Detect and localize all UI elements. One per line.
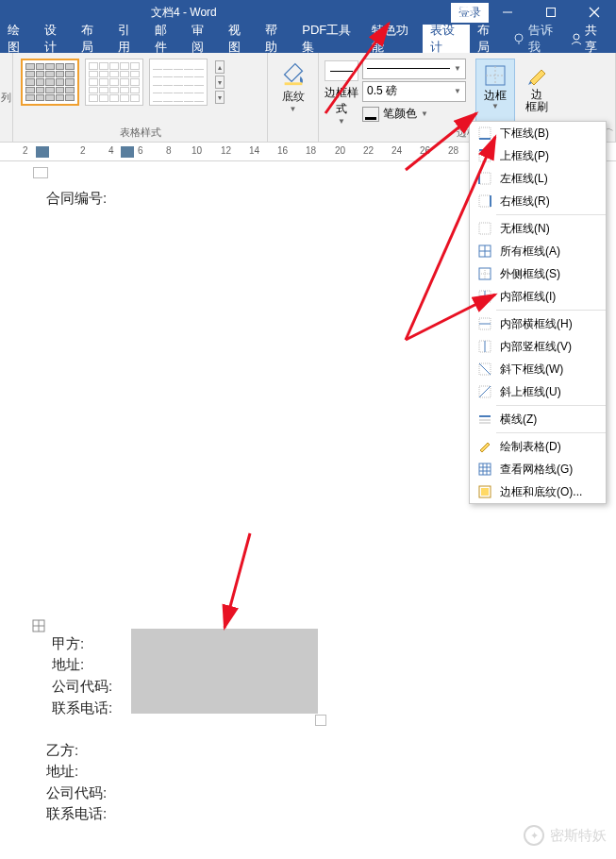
border-style-label: 边框样 式 (325, 85, 358, 117)
pen-color-swatch (362, 107, 379, 122)
lightbulb-icon (512, 32, 524, 45)
resize-handle[interactable] (315, 715, 326, 726)
share-label: 共享 (585, 22, 607, 56)
chevron-down-icon: ▼ (338, 117, 345, 126)
table-anchor-icon[interactable] (32, 619, 45, 632)
svg-rect-45 (479, 463, 491, 475)
line-style-select[interactable]: ▼ (362, 59, 466, 79)
window-controls (448, 0, 616, 25)
border-painter-button[interactable]: 边 框刷 (517, 59, 557, 125)
ruler-tick: 22 (363, 145, 374, 156)
tab-drawing[interactable]: 绘图 (0, 25, 37, 53)
svg-rect-1 (461, 8, 473, 10)
svg-rect-3 (547, 8, 556, 17)
tell-me-label: 告诉我 (528, 22, 560, 56)
tab-mailings[interactable]: 邮件 (147, 25, 184, 53)
svg-point-8 (574, 34, 579, 40)
share-button[interactable]: 共享 (560, 25, 616, 53)
text-phone-b: 联系电话: (46, 805, 107, 823)
ruler-tick: 10 (191, 145, 202, 156)
pen-color-label: 笔颜色 (383, 106, 417, 122)
table-style-3[interactable] (149, 59, 208, 106)
watermark: ✦ 密斯特妖 (524, 825, 607, 846)
ruler-tick: 8 (166, 145, 172, 156)
dd-view-gridlines[interactable]: 查看网格线(G) (470, 458, 606, 480)
svg-point-6 (515, 34, 523, 42)
ruler-tick: 2 (23, 145, 28, 156)
table-styles-group-label: 表格样式 (13, 126, 267, 142)
ruler-tick: 28 (448, 145, 458, 156)
titlebar: 文档4 - Word 登录 (0, 0, 616, 25)
ribbon-display-icon[interactable] (448, 0, 486, 25)
dd-outside-borders[interactable]: 外侧框线(S) (470, 262, 606, 285)
cell-marker (33, 167, 48, 178)
chevron-down-icon: ▼ (290, 105, 297, 113)
maximize-button[interactable] (529, 0, 573, 25)
dd-bottom-border[interactable]: 下框线(B) (470, 122, 606, 144)
close-button[interactable] (573, 0, 616, 25)
shading-button[interactable]: 底纹 ▼ (268, 53, 318, 113)
line-weight-value: 0.5 磅 (367, 83, 397, 99)
text-contract-no: 合同编号: (46, 190, 107, 208)
tell-me[interactable]: 告诉我 (512, 25, 560, 53)
pen-color-button[interactable]: 笔颜色 ▼ (362, 104, 466, 125)
tab-special[interactable]: 特色功能 (364, 25, 423, 53)
wechat-icon: ✦ (524, 825, 544, 846)
dd-inside-horizontal[interactable]: 内部横框线(H) (470, 312, 606, 335)
svg-rect-51 (481, 488, 489, 496)
svg-rect-18 (479, 150, 491, 161)
tab-table-layout[interactable]: 布局 (470, 25, 507, 53)
selected-table-region[interactable] (131, 629, 318, 714)
ruler-tick: 12 (221, 145, 231, 156)
border-style-preview[interactable] (325, 60, 358, 81)
ruler-tick: 2 (80, 145, 86, 156)
shading-label: 底纹 (282, 89, 305, 105)
dd-borders-and-shading[interactable]: 边框和底纹(O)... (470, 480, 606, 503)
ruler-tick: 4 (108, 145, 114, 156)
ribbon-tabs: 绘图 设计 布局 引用 邮件 审阅 视图 帮助 PDF工具集 特色功能 表设计 … (0, 25, 616, 53)
tab-review[interactable]: 审阅 (184, 25, 221, 53)
dd-left-border[interactable]: 左框线(L) (470, 167, 606, 190)
chevron-down-icon: ▼ (421, 109, 428, 118)
dd-no-border[interactable]: 无框线(N) (470, 217, 606, 240)
svg-rect-20 (479, 173, 491, 184)
dd-diagonal-down[interactable]: 斜下框线(W) (470, 358, 606, 380)
borders-button[interactable]: 边框 ▼ (475, 59, 515, 125)
svg-rect-16 (479, 127, 491, 139)
user-icon (570, 32, 581, 45)
tab-view[interactable]: 视图 (221, 25, 258, 53)
text-party-b: 乙方: (46, 742, 78, 760)
borders-label: 边框 (484, 90, 507, 103)
dd-diagonal-up[interactable]: 斜上框线(U) (470, 380, 606, 403)
ruler-tick: 24 (391, 145, 402, 156)
tab-help[interactable]: 帮助 (258, 25, 294, 53)
tab-table-design[interactable]: 表设计 (423, 25, 471, 53)
dd-draw-table[interactable]: 绘制表格(D) (470, 435, 606, 458)
border-painter-icon (524, 62, 549, 87)
text-addr-b: 地址: (46, 763, 78, 781)
tab-references[interactable]: 引用 (110, 25, 147, 53)
ruler-tick: 14 (249, 145, 259, 156)
table-styles-group: ▴▾▾ 表格样式 (13, 53, 268, 142)
minimize-button[interactable] (486, 0, 529, 25)
tab-pdf-tools[interactable]: PDF工具集 (294, 25, 364, 53)
text-addr-a: 地址: (52, 656, 84, 674)
dd-horizontal-line[interactable]: 横线(Z) (470, 408, 606, 430)
dd-all-borders[interactable]: 所有框线(A) (470, 240, 606, 262)
text-code-b: 公司代码: (46, 784, 107, 802)
svg-rect-22 (479, 195, 491, 207)
chevron-down-icon: ▼ (491, 102, 499, 110)
svg-line-41 (479, 386, 491, 397)
line-weight-select[interactable]: 0.5 磅▼ (362, 81, 466, 102)
table-style-2[interactable] (85, 59, 143, 106)
table-styles-more[interactable]: ▴▾▾ (213, 60, 226, 104)
tab-design[interactable]: 设计 (37, 25, 74, 53)
text-phone-a: 联系电话: (52, 699, 112, 717)
table-style-1[interactable] (21, 59, 79, 106)
ruler-tick: 6 (138, 145, 143, 156)
dd-right-border[interactable]: 右框线(R) (470, 190, 606, 212)
dd-inside-borders[interactable]: 内部框线(I) (470, 285, 606, 308)
dd-inside-vertical[interactable]: 内部竖框线(V) (470, 335, 606, 358)
dd-top-border[interactable]: 上框线(P) (470, 144, 606, 167)
tab-layout[interactable]: 布局 (74, 25, 110, 53)
